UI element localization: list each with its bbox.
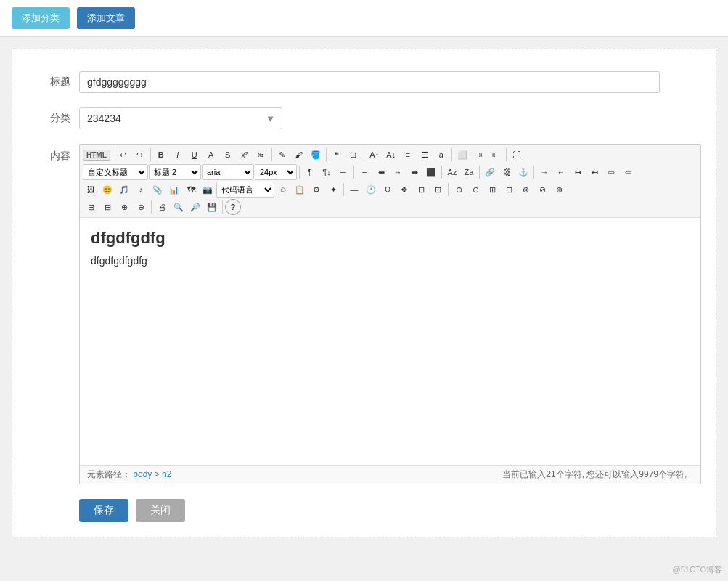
align-left2-btn[interactable]: ⬅ <box>373 164 389 180</box>
save-button[interactable]: 保存 <box>79 499 128 522</box>
font-size-up[interactable]: A↑ <box>367 147 383 163</box>
hr-btn[interactable]: ─ <box>335 164 351 180</box>
align-justify-btn[interactable]: ≡ <box>356 164 372 180</box>
indent-btn[interactable]: ⇥ <box>471 147 487 163</box>
align-left-btn[interactable]: ⬜ <box>454 147 470 163</box>
tbl-props[interactable]: ⊛ <box>551 182 567 198</box>
close-button[interactable]: 关闭 <box>136 499 185 522</box>
fullscreen-button[interactable]: ⛶ <box>509 147 525 163</box>
font-select[interactable]: arial <box>202 164 254 180</box>
separator <box>222 200 223 214</box>
help-button[interactable]: ? <box>225 199 241 215</box>
tbl-col-del[interactable]: ⊖ <box>467 182 483 198</box>
pilcrow-btn[interactable]: ¶↓ <box>319 164 335 180</box>
outdent4-btn[interactable]: ⇦ <box>620 164 636 180</box>
tbl-col-add[interactable]: ⊕ <box>451 182 467 198</box>
emoji-button[interactable]: 😊 <box>99 182 115 198</box>
indent4-btn[interactable]: ⇨ <box>603 164 619 180</box>
title-input[interactable] <box>79 71 660 93</box>
strikethrough-button[interactable]: S <box>220 147 236 163</box>
outdent2-btn[interactable]: ← <box>553 164 569 180</box>
map-button[interactable]: 🗺 <box>183 182 199 198</box>
print-button[interactable]: 🖨 <box>154 199 170 215</box>
font-color-button[interactable]: A <box>203 147 219 163</box>
editor-body[interactable]: dfgdfgdfg dfgdfgdfgdfg <box>80 218 700 465</box>
link-button[interactable]: 🔗 <box>482 164 498 180</box>
row4-btn3[interactable]: ⊕ <box>116 199 132 215</box>
attachment-button[interactable]: 📎 <box>150 182 165 198</box>
separator <box>441 166 442 179</box>
format-button[interactable]: a <box>433 147 449 163</box>
row4-btn1[interactable]: ⊞ <box>83 199 99 215</box>
category-select[interactable]: 234234 <box>79 107 282 129</box>
table2-btn[interactable]: ⊟ <box>413 182 429 198</box>
separator <box>151 200 152 214</box>
list-ol-button[interactable]: ☰ <box>417 147 433 163</box>
chart-button[interactable]: 📊 <box>166 182 182 198</box>
add-category-button[interactable]: 添加分类 <box>12 7 70 29</box>
paintbucket-button[interactable]: 🪣 <box>308 147 324 163</box>
widget-btn[interactable]: ⚙ <box>308 182 324 198</box>
anchor-button[interactable]: ⚓ <box>515 164 531 180</box>
element-path: 元素路径： body > h2 <box>87 468 171 481</box>
paragraph-btn[interactable]: ¶ <box>302 164 318 180</box>
path-separator: > <box>155 469 162 479</box>
hr2-btn[interactable]: — <box>346 182 362 198</box>
size-select[interactable]: 24px <box>255 164 297 180</box>
music-button[interactable]: ♪ <box>133 182 149 198</box>
superscript-button[interactable]: x² <box>237 147 253 163</box>
indent3-btn[interactable]: ↦ <box>570 164 586 180</box>
list-ul-button[interactable]: ≡ <box>400 147 416 163</box>
path-body-link[interactable]: body <box>133 469 152 479</box>
toolbar-row-1: HTML ↩ ↪ B I U A S x² x₂ ✎ 🖌 🪣 <box>83 147 698 163</box>
indent2-btn[interactable]: → <box>536 164 552 180</box>
table3-btn[interactable]: ⊞ <box>430 182 446 198</box>
row4-btn4[interactable]: ⊖ <box>133 199 149 215</box>
code-lang-select[interactable]: 代码语言 <box>216 182 274 198</box>
outdent-btn[interactable]: ⇤ <box>488 147 504 163</box>
image-button[interactable]: 🖼 <box>83 182 99 198</box>
sort-za[interactable]: Za <box>461 164 477 180</box>
path-h2-link[interactable]: h2 <box>162 469 171 479</box>
smiley-btn[interactable]: ☺ <box>275 182 291 198</box>
special-btn[interactable]: ✦ <box>325 182 341 198</box>
eraser-button[interactable]: ✎ <box>274 147 290 163</box>
find-replace-btn[interactable]: 🔎 <box>187 199 203 215</box>
add-article-button[interactable]: 添加文章 <box>77 7 135 29</box>
underline-button[interactable]: U <box>187 147 203 163</box>
tbl-merge[interactable]: ⊗ <box>518 182 533 198</box>
template-btn[interactable]: 📋 <box>292 182 308 198</box>
save-btn[interactable]: 💾 <box>204 199 220 215</box>
media-button[interactable]: 🎵 <box>116 182 132 198</box>
tbl-row-del[interactable]: ⊟ <box>501 182 517 198</box>
tbl-split[interactable]: ⊘ <box>534 182 550 198</box>
search-button[interactable]: 🔍 <box>171 199 187 215</box>
separator <box>364 148 364 161</box>
table-button[interactable]: ⊞ <box>345 147 361 163</box>
heading-select[interactable]: 标题 2 <box>149 164 201 180</box>
redo-button[interactable]: ↪ <box>132 147 148 163</box>
blockquote-button[interactable]: ❝ <box>329 147 345 163</box>
italic-button[interactable]: I <box>170 147 186 163</box>
separator <box>479 166 480 179</box>
align-full-btn[interactable]: ⬛ <box>423 164 439 180</box>
align-center-btn[interactable]: ↔ <box>390 164 406 180</box>
highlight-button[interactable]: 🖌 <box>291 147 307 163</box>
clock-btn[interactable]: 🕐 <box>363 182 379 198</box>
html-mode-btn[interactable]: HTML <box>83 150 110 161</box>
subscript-button[interactable]: x₂ <box>253 147 269 163</box>
row4-btn2[interactable]: ⊟ <box>99 199 115 215</box>
video-button[interactable]: 📷 <box>200 182 216 198</box>
font-color-a[interactable]: A↓ <box>383 147 399 163</box>
style-select[interactable]: 自定义标题 <box>83 164 148 180</box>
undo-button[interactable]: ↩ <box>115 147 131 163</box>
bold-button[interactable]: B <box>153 147 169 163</box>
tbl-row-add[interactable]: ⊞ <box>484 182 500 198</box>
unlink-button[interactable]: ⛓ <box>499 164 515 180</box>
outdent3-btn[interactable]: ↤ <box>586 164 602 180</box>
omega-btn[interactable]: Ω <box>380 182 396 198</box>
path-label: 元素路径： <box>87 469 131 479</box>
align-right-btn[interactable]: ➡ <box>406 164 422 180</box>
sort-az[interactable]: Az <box>444 164 460 180</box>
special2-btn[interactable]: ❖ <box>396 182 412 198</box>
